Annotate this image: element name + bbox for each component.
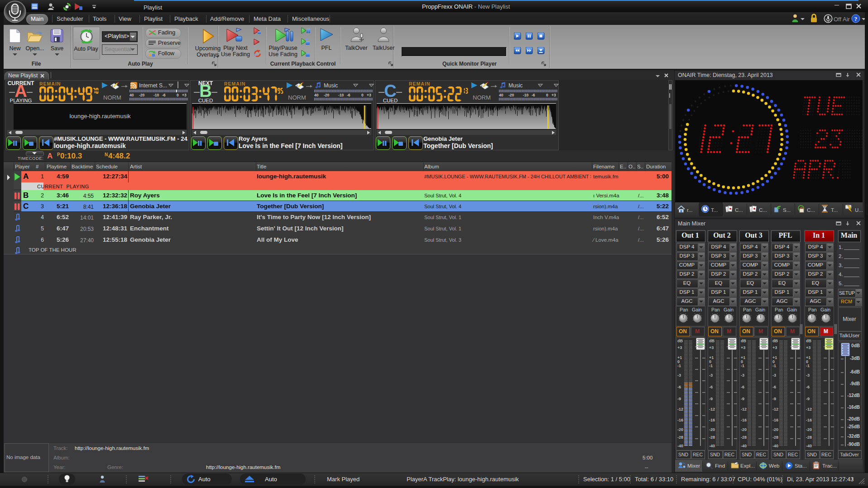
svg-text:?: ? bbox=[854, 15, 858, 22]
